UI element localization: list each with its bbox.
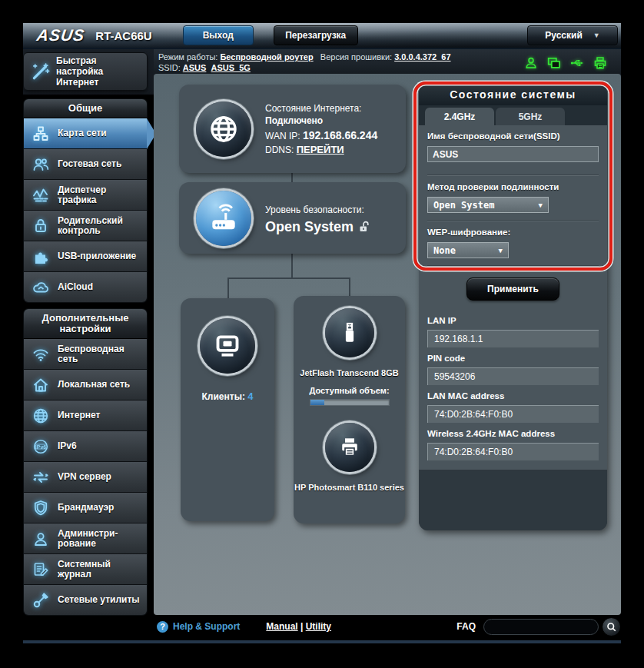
usb-drive-icon[interactable] bbox=[325, 308, 374, 357]
auth-method-select[interactable]: Open System ▼ bbox=[427, 197, 549, 213]
info-bar: Режим работы: Беспроводной роутер Версия… bbox=[154, 49, 621, 74]
sidebar-item-label: Родительский контроль bbox=[58, 216, 144, 236]
ddns-label: DDNS: bbox=[265, 145, 294, 155]
divider bbox=[427, 174, 599, 176]
sidebar-item-usb-application[interactable]: USB-приложение bbox=[23, 241, 148, 272]
ssid-link-5[interactable]: ASUS_5G bbox=[211, 63, 250, 72]
search-icon bbox=[606, 621, 617, 633]
internet-status-label: Состояние Интернета: bbox=[265, 102, 377, 115]
usb-status-icon[interactable] bbox=[570, 56, 584, 70]
wep-select[interactable]: None ▼ bbox=[427, 242, 509, 258]
usb-devices-card: JetFlash Transcend 8GB Доступный объем: … bbox=[294, 296, 405, 523]
model-name: RT-AC66U bbox=[95, 29, 151, 42]
ssid-link-24[interactable]: ASUS bbox=[183, 63, 207, 72]
sidebar-item-label: Быстрая настройка Интернет bbox=[56, 55, 142, 88]
firmware-label: Версия прошивки: bbox=[320, 52, 392, 61]
sidebar-item-firewall[interactable]: Брандмауэр bbox=[23, 493, 148, 523]
bottom-divider bbox=[23, 640, 621, 643]
svg-text:IPv6: IPv6 bbox=[35, 444, 47, 449]
sidebar-item-aicloud[interactable]: AiCloud bbox=[23, 272, 148, 303]
field-label: LAN MAC address bbox=[427, 391, 599, 400]
lan-ip-field: LAN IP 192.168.1.1 bbox=[427, 316, 599, 347]
internet-status-value: Подключено bbox=[265, 115, 377, 127]
chevron-down-icon: ▼ bbox=[539, 201, 543, 209]
sidebar-item-parental-control[interactable]: Родительский контроль bbox=[23, 211, 148, 241]
connector-line bbox=[291, 254, 293, 278]
logout-button[interactable]: Выход bbox=[183, 25, 254, 45]
manual-link[interactable]: Manual bbox=[266, 621, 297, 632]
language-label: Русский bbox=[545, 30, 583, 41]
chevron-down-icon: ▼ bbox=[593, 32, 600, 39]
sidebar-item-label: Администри-рование bbox=[58, 529, 144, 549]
lan-info-fields: LAN IP 192.168.1.1 PIN code 59543206 LAN… bbox=[419, 311, 607, 470]
guest-network-icon bbox=[31, 155, 51, 174]
ssid-input[interactable] bbox=[427, 146, 599, 162]
clients-status-icon[interactable] bbox=[524, 56, 538, 70]
system-status-panel: Состояние системы 2.4GHz 5GHz Имя беспро… bbox=[419, 85, 607, 530]
clients-monitor-icon[interactable] bbox=[200, 318, 255, 374]
faq-label: FAQ bbox=[456, 621, 476, 632]
sidebar-section-title: Дополнительные настройки bbox=[23, 308, 148, 339]
ddns-link[interactable]: ПЕРЕЙТИ bbox=[297, 144, 344, 155]
printer-status-icon[interactable] bbox=[593, 56, 607, 70]
body-area: Режим работы: Беспроводной роутер Версия… bbox=[23, 49, 621, 615]
sidebar-item-lan[interactable]: Локальная сеть bbox=[23, 370, 148, 400]
ssid-field-label: Имя беспроводной сети(SSID) bbox=[427, 131, 599, 141]
sidebar-item-vpn[interactable]: VPN сервер bbox=[23, 462, 148, 493]
auth-method-label: Метод проверки подлинности bbox=[427, 182, 599, 191]
panel-title: Состояние системы bbox=[419, 85, 607, 105]
ssid-label: SSID: bbox=[158, 63, 181, 72]
field-value: 74:D0:2B:64:F0:B0 bbox=[427, 405, 599, 423]
wan-ip-value: 192.168.66.244 bbox=[303, 129, 377, 141]
sidebar-item-label: Интернет bbox=[58, 410, 100, 420]
sidebar-item-wireless[interactable]: Беспроводная сеть bbox=[23, 339, 148, 370]
firmware-link[interactable]: 3.0.0.4.372_67 bbox=[394, 52, 450, 61]
auth-method-value: Open System bbox=[433, 200, 494, 211]
sidebar-item-label: Гостевая сеть bbox=[58, 159, 121, 169]
connector-line bbox=[349, 278, 350, 296]
chevron-down-icon: ▼ bbox=[499, 247, 503, 254]
field-label: LAN IP bbox=[427, 316, 599, 325]
internet-globe-icon[interactable] bbox=[196, 101, 251, 157]
status-icons bbox=[524, 52, 613, 74]
connector-line bbox=[227, 278, 229, 298]
sidebar: Быстрая настройка Интернет Общие Карта с… bbox=[23, 52, 148, 621]
sidebar-item-wan[interactable]: Интернет bbox=[23, 400, 148, 431]
sidebar-item-administration[interactable]: Администри-рование bbox=[23, 523, 148, 554]
help-support-link[interactable]: Help & Support bbox=[173, 621, 240, 632]
top-header-bar: ASUS RT-AC66U Выход Перезагрузка Русский… bbox=[23, 23, 621, 49]
apply-button[interactable]: Применить bbox=[466, 278, 559, 301]
tab-24ghz[interactable]: 2.4GHz bbox=[425, 108, 494, 125]
sidebar-item-label: VPN сервер bbox=[58, 472, 111, 482]
mode-label: Режим работы: bbox=[158, 52, 217, 61]
sidebar-item-ipv6[interactable]: IPv6 IPv6 bbox=[23, 431, 148, 462]
log-pencil-icon bbox=[31, 560, 51, 579]
wireless-mac-field: Wireless 2.4GHz MAC address 74:D0:2B:64:… bbox=[427, 429, 599, 460]
globe-icon bbox=[31, 407, 51, 425]
clients-count[interactable]: 4 bbox=[247, 390, 253, 402]
faq-search-input[interactable] bbox=[483, 619, 599, 635]
admin-user-icon bbox=[31, 530, 51, 548]
sidebar-item-system-log[interactable]: Системный журнал bbox=[23, 554, 148, 585]
sidebar-item-label: Системный журнал bbox=[58, 560, 144, 580]
sidebar-item-quick-setup[interactable]: Быстрая настройка Интернет bbox=[23, 52, 148, 91]
language-dropdown[interactable]: Русский ▼ bbox=[527, 25, 618, 45]
reboot-button[interactable]: Перезагрузка bbox=[274, 25, 358, 45]
shield-icon bbox=[31, 499, 51, 517]
sidebar-item-traffic-manager[interactable]: Диспетчер трафика bbox=[23, 180, 148, 211]
sidebar-item-network-tools[interactable]: Сетевые утилиты bbox=[23, 585, 148, 616]
lock-icon bbox=[31, 217, 51, 235]
printer-icon[interactable] bbox=[325, 423, 374, 472]
search-button[interactable] bbox=[602, 617, 621, 636]
screens-status-icon[interactable] bbox=[547, 56, 561, 70]
utility-link[interactable]: Utility bbox=[306, 621, 331, 632]
router-icon[interactable] bbox=[196, 191, 251, 246]
network-map-icon bbox=[31, 125, 51, 143]
traffic-chart-icon bbox=[31, 186, 51, 204]
sidebar-item-network-map[interactable]: Карта сети bbox=[23, 118, 148, 149]
network-map-content: Состояние Интернета: Подключено WAN IP: … bbox=[154, 74, 621, 615]
connector-line bbox=[227, 278, 350, 279]
sidebar-item-guest-network[interactable]: Гостевая сеть bbox=[23, 149, 148, 180]
tab-5ghz[interactable]: 5GHz bbox=[496, 108, 565, 125]
mode-link[interactable]: Беспроводной роутер bbox=[220, 52, 313, 61]
